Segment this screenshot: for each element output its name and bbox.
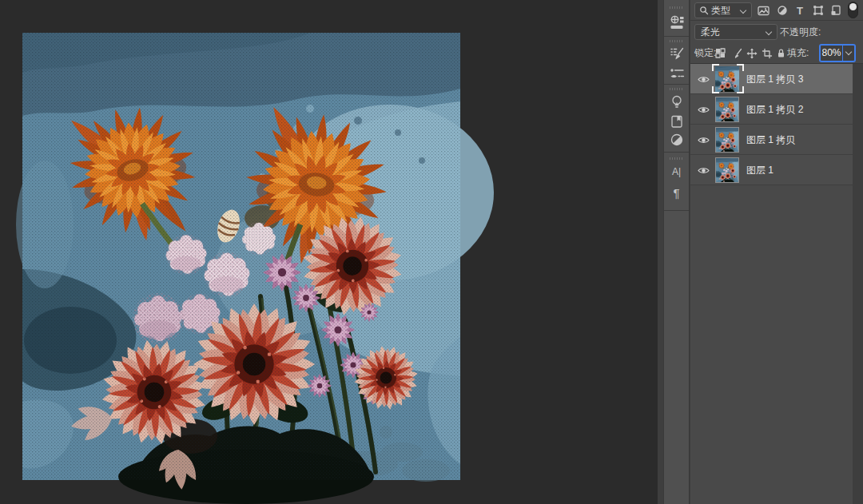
layer-name[interactable]: 图层 1 拷贝 3 bbox=[746, 64, 803, 94]
magnifier-icon bbox=[699, 6, 709, 15]
layer-row[interactable]: 图层 1 bbox=[690, 155, 853, 185]
toggle-knob bbox=[849, 3, 857, 10]
libraries-book-panel-icon[interactable] bbox=[668, 113, 686, 130]
layer-thumbnail[interactable] bbox=[715, 97, 739, 122]
blend-mode-value: 柔光 bbox=[701, 26, 720, 39]
layer-name[interactable]: 图层 1 拷贝 2 bbox=[746, 94, 803, 125]
panel-dock: A| ¶ bbox=[663, 0, 690, 504]
lock-bar: 锁定: bbox=[690, 42, 863, 64]
adjustments-panel-icon[interactable] bbox=[668, 131, 686, 149]
visibility-eye-icon[interactable] bbox=[698, 166, 710, 175]
fill-label: 填充: bbox=[787, 42, 809, 63]
sphere-materials-panel-icon[interactable] bbox=[668, 14, 686, 31]
layer-row[interactable]: 图层 1 拷贝 bbox=[690, 125, 853, 155]
filter-type-label: 类型 bbox=[711, 4, 730, 18]
type-layers-filter-icon[interactable]: T bbox=[793, 4, 806, 17]
dock-grip[interactable] bbox=[670, 88, 684, 90]
visibility-eye-icon[interactable] bbox=[698, 105, 710, 114]
layers-panel: 类型 T bbox=[690, 0, 863, 504]
layer-filter-bar: 类型 T bbox=[690, 0, 863, 21]
pixel-layers-filter-icon[interactable] bbox=[757, 4, 770, 17]
selection-bracket bbox=[737, 64, 744, 71]
lock-transparent-pixels-icon[interactable] bbox=[714, 47, 726, 59]
dock-grip[interactable] bbox=[670, 6, 684, 9]
lock-artboard-icon[interactable] bbox=[761, 47, 773, 59]
selection-bracket bbox=[712, 86, 719, 93]
adjustment-layers-filter-icon[interactable] bbox=[776, 4, 789, 17]
visibility-eye-icon[interactable] bbox=[698, 75, 710, 84]
blend-mode-bar: 柔光 不透明度: 80% bbox=[690, 22, 863, 42]
opacity-label: 不透明度: bbox=[780, 22, 821, 42]
layer-name[interactable]: 图层 1 bbox=[746, 155, 774, 185]
layer-thumbnail[interactable] bbox=[715, 157, 739, 183]
layer-filter-toggle[interactable] bbox=[848, 2, 858, 18]
paragraph-panel-icon[interactable]: ¶ bbox=[668, 184, 686, 201]
smart-object-filter-icon[interactable] bbox=[829, 4, 842, 17]
brushes-panel-icon[interactable] bbox=[668, 65, 686, 82]
chevron-down-icon bbox=[766, 29, 772, 35]
character-panel-icon[interactable]: A| bbox=[668, 163, 686, 181]
dock-grip[interactable] bbox=[670, 40, 684, 42]
selection-bracket bbox=[712, 64, 719, 71]
layer-filter-type-dropdown[interactable]: 类型 bbox=[694, 2, 752, 18]
panel-scrollbar-gutter[interactable] bbox=[853, 64, 863, 504]
dock-grip[interactable] bbox=[670, 157, 684, 160]
layers-empty-area bbox=[690, 185, 853, 504]
lock-label: 锁定: bbox=[694, 42, 716, 63]
shape-layers-filter-icon[interactable] bbox=[812, 4, 825, 17]
layer-row[interactable]: 图层 1 拷贝 3 bbox=[690, 64, 853, 94]
lock-position-icon[interactable] bbox=[746, 47, 758, 59]
layer-thumbnail[interactable] bbox=[715, 127, 739, 153]
chevron-down-icon bbox=[740, 7, 746, 14]
lock-all-icon[interactable] bbox=[775, 47, 787, 59]
document-window[interactable] bbox=[0, 0, 658, 504]
lock-image-pixels-icon[interactable] bbox=[730, 47, 742, 59]
document-canvas[interactable] bbox=[22, 33, 460, 480]
brush-settings-panel-icon[interactable] bbox=[668, 45, 686, 62]
blend-mode-dropdown[interactable]: 柔光 bbox=[694, 24, 777, 40]
visibility-eye-icon[interactable] bbox=[698, 136, 710, 145]
layer-row[interactable]: 图层 1 拷贝 2 bbox=[690, 94, 853, 125]
lightbulb-panel-icon[interactable] bbox=[668, 93, 686, 111]
selection-bracket bbox=[737, 86, 744, 93]
layer-name[interactable]: 图层 1 拷贝 bbox=[746, 125, 795, 155]
